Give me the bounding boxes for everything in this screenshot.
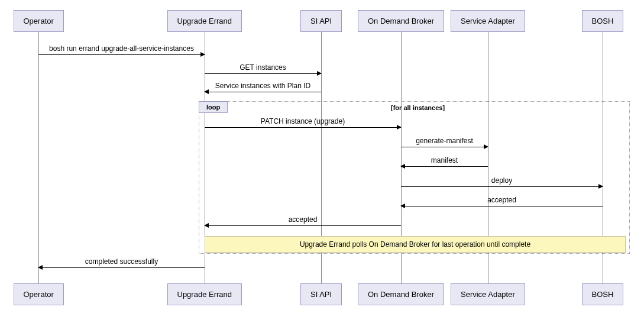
participant-box: Service Adapter (451, 10, 525, 32)
message-arrow (205, 92, 321, 92)
message-label: Service instances with Plan ID (205, 82, 321, 90)
participant-box: Operator (14, 10, 64, 32)
message-arrow (401, 186, 603, 187)
participant-box: On Demand Broker (358, 283, 444, 305)
message-label: completed successfully (38, 257, 205, 266)
message-arrow (205, 127, 401, 128)
message-arrow (205, 73, 321, 74)
message-label: accepted (401, 196, 603, 204)
lifeline (38, 31, 39, 295)
message-label: manifest (401, 156, 488, 164)
message-label: PATCH instance (upgrade) (205, 117, 401, 125)
participant-box: On Demand Broker (358, 10, 444, 32)
message-label: bosh run errand upgrade-all-service-inst… (38, 44, 205, 53)
message-arrow (38, 267, 205, 268)
message-arrow (401, 206, 603, 206)
participant-box: Upgrade Errand (167, 10, 242, 32)
note-text: Upgrade Errand polls On Demand Broker fo… (300, 240, 530, 248)
message-label: deploy (401, 176, 603, 185)
message-arrow (401, 166, 488, 167)
participant-box: SI API (300, 10, 342, 32)
message-label: accepted (205, 215, 401, 224)
participant-box: SI API (300, 283, 342, 305)
participant-box: Upgrade Errand (167, 283, 242, 305)
message-label: GET instances (205, 63, 321, 72)
loop-condition: [for all instances] (391, 104, 445, 111)
participant-box: BOSH (582, 283, 624, 305)
participant-box: Service Adapter (451, 283, 525, 305)
message-arrow (205, 225, 401, 226)
message-label: generate-manifest (401, 137, 488, 145)
participant-box: Operator (14, 283, 64, 305)
message-arrow (401, 147, 488, 147)
loop-label: loop (199, 101, 228, 113)
note-box: Upgrade Errand polls On Demand Broker fo… (205, 236, 626, 253)
message-arrow (38, 54, 205, 55)
participant-box: BOSH (582, 10, 624, 32)
